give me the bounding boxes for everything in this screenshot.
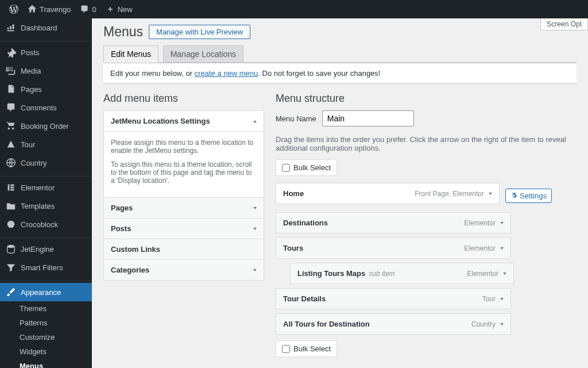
sidebar-item-label: Comments — [21, 103, 57, 112]
gauge-icon — [6, 22, 16, 33]
sidebar-item-elementor[interactable]: Elementor — [0, 178, 92, 197]
comment-icon — [6, 102, 16, 113]
notice-bar: Edit your menu below, or create a new me… — [103, 63, 577, 84]
menu-item-tour-details[interactable]: Tour Details Tour — [276, 288, 511, 309]
accordion-jetmenu-header[interactable]: JetMenu Locations Settings — [104, 111, 264, 131]
chevron-up-icon — [253, 120, 257, 122]
chevron-down-icon[interactable] — [500, 323, 504, 325]
submenu-menus[interactable]: Menus — [0, 359, 92, 368]
wp-logo[interactable] — [5, 0, 23, 18]
new-label: New — [118, 5, 133, 14]
submenu-themes[interactable]: Themes — [0, 301, 92, 316]
accordion-custom-links-header[interactable]: Custom Links — [104, 239, 264, 259]
svg-rect-1 — [8, 185, 10, 191]
site-title: Travengo — [40, 5, 71, 14]
menu-item-listing-tours[interactable]: Listing Tours Maps sub item Elementor — [290, 263, 514, 284]
svg-point-5 — [7, 221, 15, 228]
menu-item-title: Tours — [283, 244, 303, 252]
chevron-down-icon[interactable] — [500, 247, 504, 250]
svg-rect-4 — [10, 189, 14, 191]
elementor-icon — [6, 182, 16, 193]
chevron-down-icon[interactable] — [503, 273, 506, 275]
comments-link[interactable]: 0 — [75, 0, 100, 18]
accordion-posts-header[interactable]: Posts — [104, 218, 264, 239]
svg-rect-3 — [10, 187, 14, 189]
bulk-select-checkbox[interactable] — [282, 164, 290, 172]
bulk-select-checkbox-bottom[interactable] — [282, 345, 290, 353]
menu-item-title: All Tours for Destination — [283, 320, 370, 328]
jetmenu-p1: Please assign this menu to a theme locat… — [111, 139, 257, 155]
add-items-heading: Add menu items — [103, 93, 264, 105]
accordion-pages-header[interactable]: Pages — [104, 198, 264, 218]
accordion-custom-links: Custom Links — [103, 239, 264, 260]
sidebar-item-appearance[interactable]: Appearance — [0, 283, 92, 301]
live-preview-button[interactable]: Manage with Live Preview — [149, 25, 250, 39]
menu-item-destinations[interactable]: Destinations Elementor — [276, 212, 511, 233]
home-icon — [28, 5, 37, 14]
sidebar-item-tour[interactable]: Tour — [0, 135, 92, 154]
sidebar-item-booking[interactable]: Booking Order — [0, 117, 92, 135]
menu-structure-heading: Menu structure — [276, 93, 577, 105]
accordion-title: Custom Links — [111, 245, 160, 254]
sidebar-item-templates[interactable]: Templates — [0, 197, 92, 215]
bulk-select-bottom[interactable]: Bulk Select — [276, 340, 337, 357]
menu-item-type: Elementor — [467, 270, 498, 278]
submenu-widgets[interactable]: Widgets — [0, 344, 92, 359]
menu-items-list: Home Front Page, Elementor Settings Dest… — [276, 183, 577, 335]
screen-options-toggle[interactable]: Screen Opt — [540, 18, 588, 30]
media-icon — [6, 66, 16, 76]
sidebar-item-media[interactable]: Media — [0, 62, 92, 80]
menu-item-sublabel: sub item — [369, 270, 394, 278]
accordion-title: Posts — [111, 224, 131, 233]
jetmenu-p2: To assign this menu to a theme location,… — [111, 160, 257, 185]
chevron-down-icon[interactable] — [500, 298, 504, 300]
sidebar-item-posts[interactable]: Posts — [0, 43, 92, 62]
submenu-patterns[interactable]: Patterns — [0, 316, 92, 330]
settings-label: Settings — [520, 191, 547, 200]
tab-edit-menus[interactable]: Edit Menus — [103, 45, 158, 63]
create-new-menu-link[interactable]: create a new menu — [195, 69, 258, 78]
page-title: Menus — [103, 24, 143, 40]
admin-sidebar: Dashboard Posts Media Pages Comments Boo… — [0, 18, 92, 368]
menu-item-type: Front Page, Elementor — [415, 190, 484, 198]
page-icon — [6, 84, 16, 94]
site-link[interactable]: Travengo — [23, 0, 75, 18]
bulk-select-top[interactable]: Bulk Select — [276, 159, 337, 176]
menu-item-all-tours[interactable]: All Tours for Destination Country — [276, 313, 511, 335]
notice-text-suffix: . Do not forget to save your changes! — [258, 69, 380, 78]
menu-item-home[interactable]: Home Front Page, Elementor — [276, 183, 500, 204]
new-link[interactable]: New — [101, 0, 137, 18]
nav-tabs: Edit Menus Manage Locations — [103, 45, 577, 63]
gear-icon — [510, 192, 517, 199]
menu-item-title: Home — [283, 189, 304, 198]
triangle-icon — [6, 139, 16, 150]
accordion-posts: Posts — [103, 218, 264, 239]
accordion-categories-header[interactable]: Categories — [104, 260, 264, 280]
menu-item-tours[interactable]: Tours Elementor — [276, 237, 511, 259]
accordion-categories: Categories — [103, 259, 264, 281]
tab-manage-locations[interactable]: Manage Locations — [163, 45, 243, 62]
chevron-down-icon — [253, 269, 257, 271]
sidebar-item-comments[interactable]: Comments — [0, 98, 92, 117]
chevron-down-icon[interactable] — [500, 222, 504, 224]
brush-icon — [6, 287, 16, 297]
submenu-customize[interactable]: Customize — [0, 330, 92, 344]
chevron-down-icon[interactable] — [489, 193, 492, 195]
sidebar-item-smartfilters[interactable]: Smart Filters — [0, 258, 92, 277]
jetmenu-body: Please assign this menu to a theme locat… — [104, 131, 264, 197]
drag-hint: Drag the items into the order you prefer… — [276, 135, 577, 152]
settings-button[interactable]: Settings — [505, 189, 552, 203]
sidebar-item-label: Appearance — [21, 288, 61, 297]
menu-name-input[interactable] — [322, 110, 414, 126]
sidebar-item-crocoblock[interactable]: Crocoblock — [0, 215, 92, 233]
menu-item-type: Country — [471, 320, 496, 328]
globe-icon — [6, 158, 16, 168]
menu-item-title: Destinations — [283, 218, 328, 227]
sidebar-item-pages[interactable]: Pages — [0, 80, 92, 98]
sidebar-item-jetengine[interactable]: JetEngine — [0, 240, 92, 258]
plus-icon — [106, 5, 115, 14]
sidebar-item-dashboard[interactable]: Dashboard — [0, 18, 92, 37]
menu-item-type: Elementor — [464, 244, 496, 252]
sidebar-item-country[interactable]: Country — [0, 154, 92, 172]
sidebar-item-label: Tour — [21, 140, 35, 149]
